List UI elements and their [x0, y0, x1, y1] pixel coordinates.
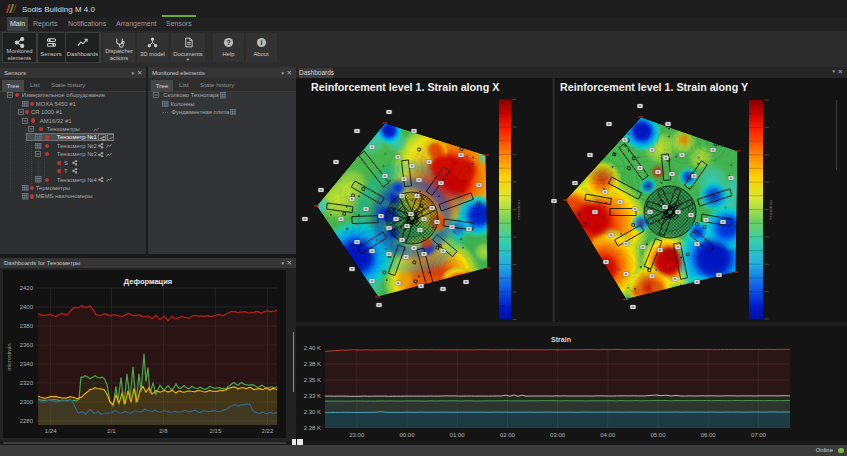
svg-text:2/22: 2/22: [262, 428, 274, 434]
svg-text:2.28 K: 2.28 K: [304, 425, 321, 431]
svg-text:2.38 K: 2.38 K: [304, 361, 321, 367]
svg-text:Деформация: Деформация: [124, 277, 172, 286]
svg-text:1/24: 1/24: [45, 428, 57, 434]
svg-text:07:00: 07:00: [751, 432, 767, 438]
svg-text:00:00: 00:00: [399, 432, 415, 438]
svg-text:01:00: 01:00: [450, 432, 466, 438]
svg-text:2340: 2340: [20, 361, 34, 367]
svg-text:i: i: [260, 39, 262, 46]
svg-text:2.40 K: 2.40 K: [304, 345, 321, 351]
svg-text:2400: 2400: [20, 304, 34, 310]
svg-text:2420: 2420: [20, 285, 34, 291]
svg-text:2360: 2360: [20, 342, 34, 348]
svg-text:2300: 2300: [20, 399, 34, 405]
svg-text:2380: 2380: [20, 323, 34, 329]
svg-text:microstrain: microstrain: [6, 344, 12, 371]
svg-text:03:00: 03:00: [550, 432, 566, 438]
svg-text:05:00: 05:00: [650, 432, 666, 438]
svg-text:2/15: 2/15: [210, 428, 222, 434]
svg-text:?: ?: [226, 38, 230, 45]
svg-text:2.30 K: 2.30 K: [304, 409, 321, 415]
svg-text:23:00: 23:00: [349, 432, 365, 438]
svg-text:Strain: Strain: [551, 336, 571, 343]
svg-text:04:00: 04:00: [600, 432, 616, 438]
svg-text:2320: 2320: [20, 380, 34, 386]
svg-text:2.33 K: 2.33 K: [304, 393, 321, 399]
svg-text:microstrain: microstrain: [516, 200, 521, 220]
svg-text:microstrain: microstrain: [768, 200, 773, 220]
svg-text:06:00: 06:00: [701, 432, 717, 438]
svg-text:2/8: 2/8: [159, 428, 168, 434]
svg-text:2/1: 2/1: [107, 428, 116, 434]
svg-text:02:00: 02:00: [500, 432, 516, 438]
svg-text:2.35 K: 2.35 K: [304, 377, 321, 383]
svg-text:2280: 2280: [20, 418, 34, 424]
